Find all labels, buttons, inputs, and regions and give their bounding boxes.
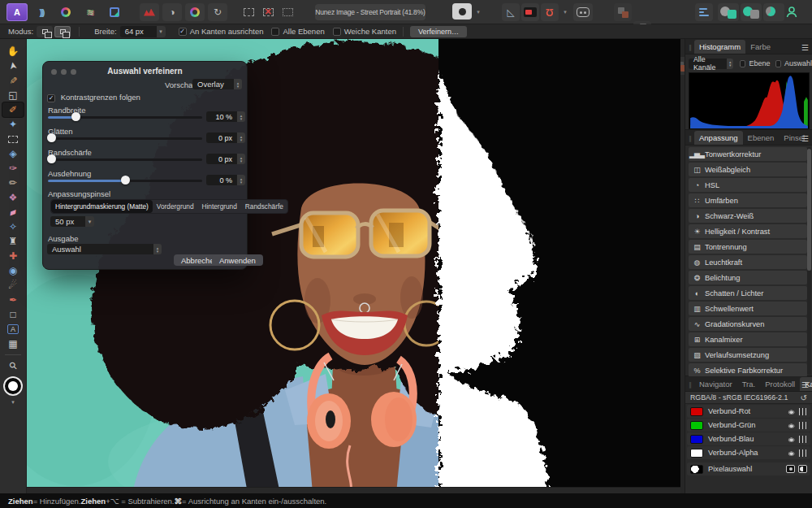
boolean-add-button[interactable] <box>718 3 739 21</box>
feather-stepper[interactable]: ▴▾ <box>236 154 245 164</box>
crop-tool[interactable]: ◱ <box>2 88 24 102</box>
border-width-slider[interactable] <box>48 112 202 121</box>
output-select[interactable]: Auswahl <box>47 244 153 254</box>
view-tool[interactable]: ✋ <box>2 44 24 59</box>
brush-size-dropdown[interactable]: ▾ <box>84 216 94 227</box>
marquee-tool[interactable] <box>2 132 24 146</box>
slider-thumb[interactable] <box>47 133 56 142</box>
segment-foreground[interactable]: Vordergrund <box>153 200 198 213</box>
adjustment-channel-mixer[interactable]: ⊞Kanalmixer <box>689 332 807 346</box>
auto-colour-button[interactable] <box>185 3 205 21</box>
panel-grip[interactable]: ∥ <box>689 135 692 142</box>
secondary-colour-swatch[interactable] <box>8 381 18 391</box>
all-layers-checkbox[interactable] <box>271 28 279 36</box>
adjustment-brightness-contrast[interactable]: ☀Helligkeit / Kontrast <box>689 224 807 238</box>
ramp-stepper[interactable]: ▴▾ <box>236 175 245 185</box>
insert-behind-button[interactable] <box>614 3 632 21</box>
adjustment-selective-colour[interactable]: %Selektive Farbkorrektur <box>689 363 807 377</box>
flood-select-tool[interactable]: ✦ <box>2 117 24 132</box>
width-input[interactable]: 64 px <box>120 26 156 37</box>
flood-fill-tool[interactable]: ◈ <box>2 146 24 161</box>
preview-select-stepper[interactable]: ▴▾ <box>233 79 242 89</box>
adjustment-gradient-map[interactable]: ▨Verlaufsumsetzung <box>689 348 807 362</box>
adjustments-scrollbar[interactable] <box>807 147 811 375</box>
export-persona-button[interactable] <box>104 3 125 21</box>
feather-value[interactable]: 0 px <box>206 154 236 164</box>
text-tool[interactable]: A <box>2 322 24 336</box>
ramp-value[interactable]: 0 % <box>206 175 236 185</box>
quick-mask-dropdown[interactable]: ▾ <box>473 3 482 21</box>
brush-size-select[interactable]: 50 px <box>50 216 84 227</box>
blur-tool[interactable]: ◉ <box>2 263 24 278</box>
smooth-slider[interactable] <box>48 133 202 142</box>
colour-replacement-tool[interactable]: ❖ <box>2 190 24 205</box>
invert-selection-button[interactable] <box>278 3 297 21</box>
soft-edges-checkbox[interactable] <box>333 28 341 36</box>
selection-contrast-icon[interactable] <box>798 465 807 473</box>
tone-mapping-persona-button[interactable]: ≋ <box>80 3 101 21</box>
adjustment-white-balance[interactable]: ◫Weißabgleich <box>689 163 807 176</box>
develop-persona-button[interactable] <box>55 3 76 21</box>
ebene-checkbox[interactable] <box>740 60 745 67</box>
ramp-slider[interactable] <box>48 176 202 185</box>
eye-icon[interactable]: ◉ <box>788 449 795 456</box>
slider-thumb[interactable] <box>71 112 80 121</box>
snapping-button[interactable]: Ω <box>541 3 559 21</box>
smooth-stepper[interactable]: ▴▾ <box>236 132 245 143</box>
move-tool[interactable]: ➤ <box>2 59 24 73</box>
adjustment-threshold[interactable]: ▥Schwellenwert <box>689 302 807 315</box>
pixel-tool[interactable]: ✏ <box>2 176 24 190</box>
photo-persona-button[interactable]: A <box>6 3 28 21</box>
boolean-subtract-button[interactable] <box>741 3 762 21</box>
panel-menu-icon[interactable]: ☰ <box>801 380 809 389</box>
channel-select-stepper[interactable]: ▴▾ <box>726 59 733 69</box>
pixel-selection-row[interactable]: Pixelauswahl <box>687 462 810 475</box>
tab-navigator[interactable]: Navigator <box>694 377 737 391</box>
tab-farbe[interactable]: Farbe <box>745 40 775 54</box>
border-width-stepper[interactable]: ▴▾ <box>236 111 245 122</box>
panel-menu-icon[interactable]: ☰ <box>801 43 809 52</box>
scrollbar-thumb[interactable] <box>807 149 811 271</box>
contrast-edges-checkbox[interactable]: ✓ <box>47 94 55 102</box>
tab-protokoll[interactable]: Protokoll <box>760 377 800 391</box>
auswahl-checkbox[interactable] <box>775 60 781 67</box>
mixer-icon[interactable] <box>799 422 807 429</box>
liquify-persona-button[interactable]: ))) <box>31 3 52 21</box>
smudge-tool[interactable]: ☄ <box>2 278 24 293</box>
move-by-whole-pixels-button[interactable] <box>521 3 539 21</box>
show-rotation-button[interactable]: ◺ <box>502 3 520 21</box>
segment-feather[interactable]: Randschärfe <box>241 200 287 213</box>
canvas-horizontal-scrollbar[interactable] <box>27 487 680 493</box>
feather-slider[interactable] <box>48 154 202 163</box>
adjustment-recolour[interactable]: ∷Umfärben <box>689 193 807 207</box>
shape-tool[interactable]: □ <box>2 307 24 322</box>
eraser-tool[interactable]: ▰ <box>2 205 24 219</box>
tab-transformieren[interactable]: Tra. <box>737 377 761 391</box>
refine-button[interactable]: Verfeinern… <box>410 26 467 37</box>
document-title[interactable]: Nunez Image - Street Portrait (41.8%) <box>315 4 425 20</box>
refine-selection-dialog[interactable]: Auswahl verfeinern Vorschau Overlay ▴▾ ✓… <box>42 61 248 270</box>
mixer-icon[interactable] <box>799 436 807 443</box>
mode-add-button[interactable] <box>54 26 71 37</box>
adjustment-posterise[interactable]: ▤Tontrennung <box>689 240 807 254</box>
panel-grip[interactable]: ∥ <box>689 44 692 51</box>
channel-row-alpha[interactable]: Verbund-Alpha ◉ <box>687 446 810 459</box>
slider-thumb[interactable] <box>121 176 130 185</box>
channel-row-red[interactable]: Verbund-Rot ◉ <box>687 405 810 418</box>
eye-icon[interactable]: ◉ <box>788 408 795 415</box>
colour-swatches[interactable] <box>2 375 24 399</box>
mixer-icon[interactable] <box>799 449 807 457</box>
output-select-stepper[interactable]: ▴▾ <box>153 244 162 254</box>
eye-icon[interactable]: ◉ <box>788 436 795 442</box>
assistant-button[interactable] <box>573 3 593 21</box>
adjustment-vibrance[interactable]: ◍Leuchtkraft <box>689 255 807 269</box>
adjustment-shadows-highlights[interactable]: ◐Schatten / Lichter <box>689 286 807 300</box>
selection-solid-icon[interactable] <box>786 465 795 473</box>
quick-mask-button[interactable] <box>452 3 472 20</box>
zoom-tool[interactable]: ⚲ <box>2 358 24 373</box>
slider-thumb[interactable] <box>47 154 56 163</box>
adjustment-black-white[interactable]: ◑Schwarz-Weiß <box>689 209 807 223</box>
rotate-document-button[interactable]: ↻ <box>208 3 227 21</box>
adjustment-exposure[interactable]: ❂Belichtung <box>689 271 807 284</box>
blemish-removal-tool[interactable]: ✧ <box>2 219 24 234</box>
